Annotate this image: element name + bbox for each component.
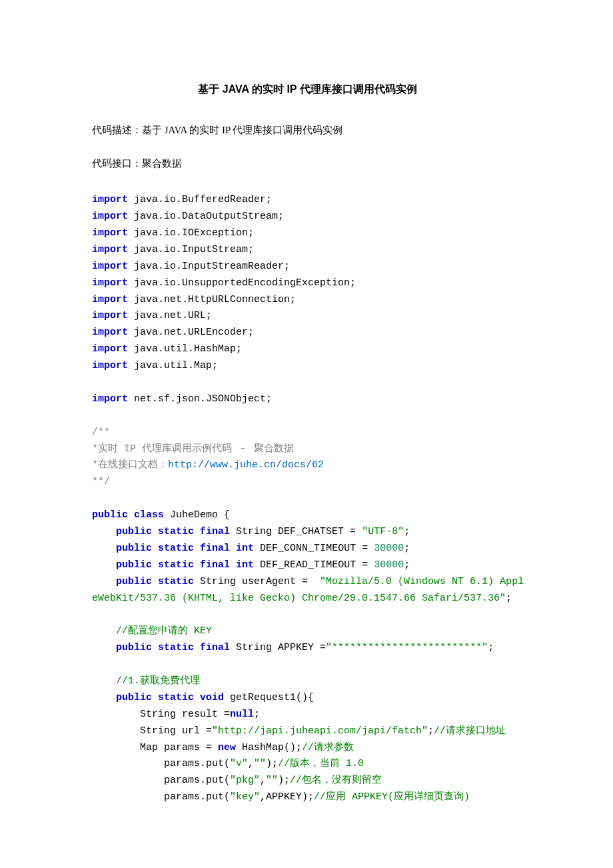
code-text: DEF_CONN_TIMEOUT = bbox=[254, 543, 374, 554]
code-text: params.put( bbox=[164, 791, 230, 803]
code-text: getRequest1(){ bbox=[224, 692, 314, 703]
comment-inline: //请求接口地址 bbox=[434, 725, 506, 737]
code-text: java.net.HttpURLConnection; bbox=[128, 294, 296, 305]
string-literal: "key" bbox=[230, 791, 260, 803]
code-text: ); bbox=[278, 775, 290, 786]
code-text: java.io.InputStreamReader; bbox=[128, 261, 290, 272]
code-text: params.put( bbox=[164, 775, 230, 786]
code-text: ); bbox=[266, 758, 278, 769]
code-text: java.util.HashMap; bbox=[128, 343, 242, 355]
code-text: String APPKEY = bbox=[230, 642, 326, 653]
code-text: java.util.Map; bbox=[128, 360, 218, 371]
comment-inline: //应用 APPKEY(应用详细页查询) bbox=[314, 791, 470, 803]
string-literal: "" bbox=[254, 758, 266, 769]
kw-new: new bbox=[218, 742, 236, 753]
kw-public: public bbox=[116, 692, 152, 703]
class-name: JuheDemo { bbox=[164, 509, 230, 521]
code-text: String result = bbox=[140, 709, 230, 720]
code-text: , bbox=[260, 775, 266, 786]
string-literal: eWebKit/537.36 (KHTML, like Gecko) Chrom… bbox=[92, 593, 506, 604]
code-text: java.net.URLEncoder; bbox=[128, 327, 254, 338]
string-literal: "*************************" bbox=[326, 642, 488, 653]
code-text: java.net.URL; bbox=[128, 310, 212, 321]
string-literal: "Mozilla/5.0 (Windows NT 6.1) Appl bbox=[320, 576, 524, 587]
kw-static: static bbox=[158, 526, 194, 537]
kw-static: static bbox=[158, 543, 194, 554]
code-text: Map params = bbox=[140, 742, 218, 753]
string-literal: "UTF-8" bbox=[362, 526, 404, 537]
desc1-label: 代码描述： bbox=[92, 125, 142, 135]
comment-line: //配置您申请的 KEY bbox=[116, 625, 212, 637]
comment-line: //1.获取免费代理 bbox=[116, 675, 200, 687]
code-text: net.sf.json.JSONObject; bbox=[128, 393, 272, 405]
code-text: params.put( bbox=[164, 758, 230, 769]
code-text: ; bbox=[428, 725, 434, 737]
kw-import: import bbox=[92, 261, 128, 272]
desc2-label: 代码接口： bbox=[92, 158, 142, 169]
code-text: , bbox=[248, 758, 254, 769]
code-text: ; bbox=[488, 642, 494, 653]
code-block: import java.io.BufferedReader; import ja… bbox=[92, 192, 523, 806]
code-text: java.io.DataOutputStream; bbox=[128, 211, 284, 222]
number-literal: 30000 bbox=[374, 559, 404, 571]
comment-inline: //请求参数 bbox=[302, 742, 354, 753]
kw-static: static bbox=[158, 692, 194, 703]
kw-import: import bbox=[92, 244, 128, 255]
kw-static: static bbox=[158, 576, 194, 587]
code-text: java.io.InputStream; bbox=[128, 244, 254, 255]
comment-line: *实时 IP 代理库调用示例代码 － 聚合数据 bbox=[92, 443, 294, 455]
code-text: java.io.IOException; bbox=[128, 227, 254, 239]
kw-public: public bbox=[116, 559, 152, 571]
code-text: ; bbox=[404, 559, 410, 571]
code-text: ; bbox=[404, 526, 410, 537]
kw-import: import bbox=[92, 360, 128, 371]
kw-import: import bbox=[92, 343, 128, 355]
desc1-value: 基于 JAVA 的实时 IP 代理库接口调用代码实例 bbox=[142, 125, 342, 135]
kw-final: final bbox=[200, 559, 230, 571]
kw-import: import bbox=[92, 310, 128, 321]
kw-int: int bbox=[236, 543, 254, 554]
kw-public: public bbox=[116, 543, 152, 554]
code-text: String url = bbox=[140, 725, 212, 737]
desc2-value: 聚合数据 bbox=[142, 158, 182, 169]
code-text: ; bbox=[506, 593, 512, 604]
kw-void: void bbox=[200, 692, 224, 703]
doc-link[interactable]: http://www.juhe.cn/docs/62 bbox=[168, 459, 324, 471]
kw-public: public bbox=[116, 526, 152, 537]
kw-int: int bbox=[236, 559, 254, 571]
code-text: ; bbox=[254, 709, 260, 720]
code-text: DEF_READ_TIMEOUT = bbox=[254, 559, 374, 571]
kw-import: import bbox=[92, 294, 128, 305]
code-text: HashMap(); bbox=[236, 742, 302, 753]
document-title: 基于 JAVA 的实时 IP 代理库接口调用代码实例 bbox=[92, 80, 523, 98]
kw-class: class bbox=[134, 509, 164, 521]
document-page: 基于 JAVA 的实时 IP 代理库接口调用代码实例 代码描述：基于 JAVA … bbox=[0, 0, 613, 868]
description-line-2: 代码接口：聚合数据 bbox=[92, 155, 523, 173]
code-text: java.io.UnsupportedEncodingException; bbox=[128, 277, 356, 289]
kw-final: final bbox=[200, 642, 230, 653]
description-line-1: 代码描述：基于 JAVA 的实时 IP 代理库接口调用代码实例 bbox=[92, 122, 523, 139]
comment-inline: //包名，没有则留空 bbox=[290, 775, 382, 786]
kw-import: import bbox=[92, 393, 128, 405]
kw-import: import bbox=[92, 211, 128, 222]
kw-final: final bbox=[200, 543, 230, 554]
kw-import: import bbox=[92, 327, 128, 338]
kw-import: import bbox=[92, 227, 128, 239]
comment-inline: //版本，当前 1.0 bbox=[278, 758, 364, 769]
number-literal: 30000 bbox=[374, 543, 404, 554]
string-literal: "v" bbox=[230, 758, 248, 769]
kw-null: null bbox=[230, 709, 254, 720]
kw-public: public bbox=[116, 642, 152, 653]
code-text: String DEF_CHATSET = bbox=[230, 526, 362, 537]
kw-static: static bbox=[158, 642, 194, 653]
comment-line: *在线接口文档： bbox=[92, 459, 168, 471]
code-text: java.io.BufferedReader; bbox=[128, 194, 272, 205]
code-text: ; bbox=[404, 543, 410, 554]
string-literal: "" bbox=[266, 775, 278, 786]
comment-close: **/ bbox=[92, 476, 110, 487]
kw-static: static bbox=[158, 559, 194, 571]
kw-import: import bbox=[92, 277, 128, 289]
comment-open: /** bbox=[92, 427, 110, 438]
code-text: ,APPKEY); bbox=[260, 791, 314, 803]
kw-import: import bbox=[92, 194, 128, 205]
